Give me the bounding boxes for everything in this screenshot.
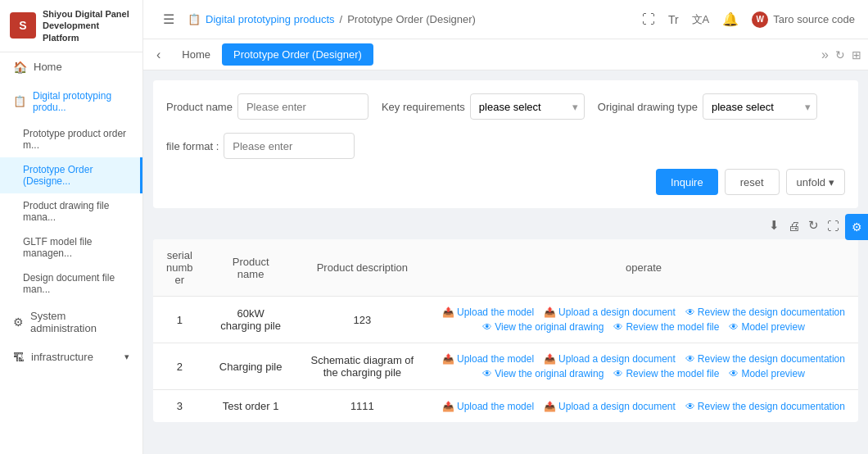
op-link-view-the-original-drawing[interactable]: 👁View the original drawing	[482, 321, 604, 333]
sidebar-nav: 🏠 Home 📋 Digital prototyping produ... Pr…	[0, 52, 142, 454]
user-info[interactable]: W Taro source code	[752, 11, 855, 28]
tabs-refresh-icon[interactable]: ↻	[835, 48, 845, 61]
tab-actions: » ↻ ⊞	[821, 48, 861, 62]
sidebar-item-digital-label: Digital prototyping produ...	[33, 90, 129, 113]
expand-icon[interactable]: ⛶	[827, 219, 839, 233]
cell-operate: 📤Upload the model📤Upload a design docume…	[429, 297, 858, 343]
op-icon: 📤	[442, 401, 454, 412]
sidebar-group-digital: 📋 Digital prototyping produ... Prototype…	[0, 82, 142, 302]
col-serial: serialnumber	[153, 239, 206, 297]
op-link-model-preview[interactable]: 👁Model preview	[729, 368, 804, 379]
data-table: serialnumber Product name Product descri…	[153, 239, 858, 422]
unfold-label: unfold	[797, 176, 825, 188]
breadcrumb-icon: 📋	[188, 13, 201, 25]
tabs-grid-icon[interactable]: ⊞	[852, 48, 861, 61]
cell-product-name: Test order 1	[206, 390, 296, 423]
user-name: Taro source code	[773, 13, 855, 25]
chevron-down-icon: ▾	[829, 176, 834, 188]
translate-icon[interactable]: 文A	[692, 12, 710, 27]
fullscreen-icon[interactable]: ⛶	[642, 12, 655, 27]
breadcrumb-sep: /	[340, 13, 343, 25]
sidebar-item-home[interactable]: 🏠 Home	[0, 52, 142, 82]
table-row: 2Charging pileSchematic diagram of the c…	[153, 343, 858, 390]
op-link-upload-a-design-document[interactable]: 📤Upload a design document	[544, 401, 676, 412]
cell-product-desc: 1111	[296, 390, 429, 423]
op-link-model-preview[interactable]: 👁Model preview	[729, 321, 804, 333]
topbar-left: ☰ 📋 Digital prototyping products / Proto…	[156, 8, 476, 30]
product-name-input[interactable]	[237, 93, 368, 120]
print-icon[interactable]: 🖨	[788, 219, 800, 233]
user-avatar: W	[752, 11, 768, 28]
main-area: ☰ 📋 Digital prototyping products / Proto…	[143, 0, 868, 454]
inquire-button[interactable]: Inquire	[656, 169, 718, 195]
sidebar-item-digital[interactable]: 📋 Digital prototyping produ...	[0, 82, 142, 121]
filter-field-file-format: file format :	[166, 133, 355, 159]
col-product-desc: Product description	[296, 239, 429, 297]
sidebar-item-home-label: Home	[34, 61, 62, 73]
cell-operate: 📤Upload the model📤Upload a design docume…	[429, 343, 858, 390]
breadcrumb-root: Digital prototyping products	[206, 13, 335, 25]
sidebar-collapse-btn[interactable]: ☰	[156, 8, 181, 30]
table-toolbar: ⬇ 🖨 ↻ ⛶ ⊞	[153, 218, 858, 233]
home-icon: 🏠	[13, 61, 27, 74]
settings-side-button[interactable]: ⚙	[845, 214, 868, 240]
tabs-collapse-btn[interactable]: ‹	[150, 44, 167, 66]
breadcrumb-current: Prototype Order (Designer)	[347, 13, 476, 25]
font-icon[interactable]: Tr	[668, 13, 679, 26]
tab-home[interactable]: Home	[170, 43, 222, 66]
operate-links: 📤Upload the model📤Upload a design docume…	[442, 353, 845, 379]
bell-icon[interactable]: 🔔	[722, 11, 739, 27]
filter-panel: Product name Key requirements please sel…	[153, 80, 858, 208]
sidebar-item-gltf-model[interactable]: GLTF model file managen...	[0, 229, 142, 266]
op-icon: 📤	[544, 353, 556, 365]
tab-prototype-order[interactable]: Prototype Order (Designer)	[222, 43, 373, 66]
op-link-review-the-model-file[interactable]: 👁Review the model file	[613, 321, 719, 333]
op-link-view-the-original-drawing[interactable]: 👁View the original drawing	[482, 368, 604, 379]
tabs-more-icon[interactable]: »	[821, 48, 829, 62]
op-icon: 👁	[482, 368, 492, 379]
download-icon[interactable]: ⬇	[769, 218, 780, 233]
file-format-input[interactable]	[224, 133, 355, 159]
filter-row-1: Product name Key requirements please sel…	[166, 93, 845, 159]
op-icon: 👁	[613, 368, 623, 379]
op-icon: 📤	[544, 306, 556, 318]
cell-product-desc: Schematic diagram of the charging pile	[296, 343, 429, 390]
reset-button[interactable]: reset	[725, 169, 780, 195]
key-req-select[interactable]: please select	[470, 93, 585, 120]
op-link-upload-a-design-document[interactable]: 📤Upload a design document	[544, 353, 676, 365]
sidebar: S Shiyou Digital Panel Development Platf…	[0, 0, 143, 454]
sidebar-item-infrastructure[interactable]: 🏗 infrastructure ▾	[0, 343, 142, 372]
op-link-review-the-design-documentation[interactable]: 👁Review the design documentation	[685, 306, 845, 318]
refresh-icon[interactable]: ↻	[808, 218, 819, 233]
infra-icon: 🏗	[13, 351, 25, 364]
cell-operate: 📤Upload the model📤Upload a design docume…	[429, 390, 858, 423]
col-product-name: Product name	[206, 239, 296, 297]
op-link-upload-the-model[interactable]: 📤Upload the model	[442, 306, 534, 318]
key-req-label: Key requirements	[382, 101, 465, 113]
op-link-upload-the-model[interactable]: 📤Upload the model	[442, 353, 534, 365]
filter-field-key-req: Key requirements please select	[382, 93, 585, 120]
sidebar-item-design-doc[interactable]: Design document file man...	[0, 266, 142, 302]
sidebar-item-prototype-order-d[interactable]: Prototype Order (Designe...	[0, 157, 142, 193]
op-icon: 👁	[685, 353, 695, 365]
unfold-button[interactable]: unfold ▾	[786, 169, 845, 195]
logo-icon: S	[10, 12, 36, 39]
op-link-review-the-design-documentation[interactable]: 👁Review the design documentation	[685, 353, 845, 365]
orig-draw-select[interactable]: please select	[703, 93, 817, 120]
filter-actions: Inquire reset unfold ▾	[166, 169, 845, 195]
sidebar-item-prototype-order-m[interactable]: Prototype product order m...	[0, 121, 142, 157]
op-link-upload-a-design-document[interactable]: 📤Upload a design document	[544, 306, 676, 318]
sidebar-item-product-drawing[interactable]: Product drawing file mana...	[0, 193, 142, 229]
file-format-label: file format :	[166, 140, 219, 152]
sidebar-item-system-admin[interactable]: ⚙ System administration	[0, 302, 142, 343]
cell-serial: 2	[153, 343, 206, 390]
topbar-right: ⛶ Tr 文A 🔔 W Taro source code	[642, 11, 855, 28]
op-link-review-the-model-file[interactable]: 👁Review the model file	[613, 368, 719, 379]
table-row: 160kW charging pile123📤Upload the model📤…	[153, 297, 858, 343]
op-link-upload-the-model[interactable]: 📤Upload the model	[442, 401, 534, 412]
op-link-review-the-design-documentation[interactable]: 👁Review the design documentation	[685, 401, 845, 412]
op-icon: 👁	[613, 321, 623, 333]
table-header-row: serialnumber Product name Product descri…	[153, 239, 858, 297]
content-body: Product name Key requirements please sel…	[143, 70, 868, 454]
orig-draw-select-wrap: please select	[703, 93, 817, 120]
